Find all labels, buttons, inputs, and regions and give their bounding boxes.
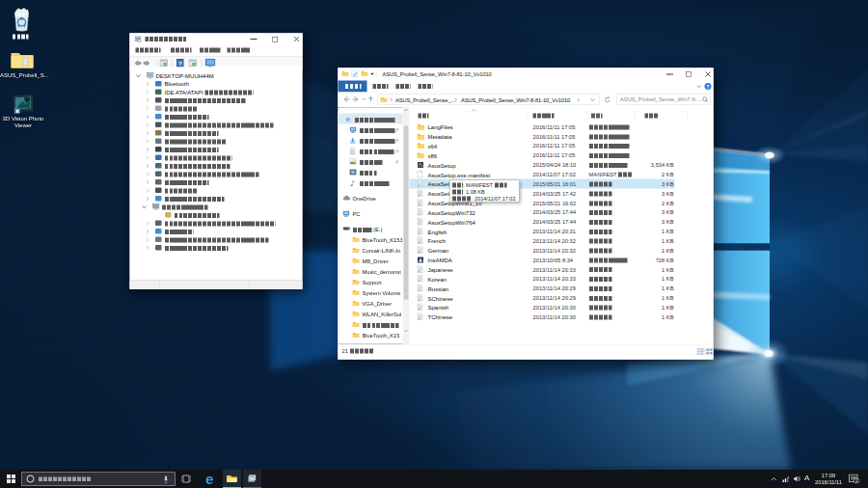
svg-text:*: * xyxy=(788,475,790,480)
svg-text:?: ? xyxy=(178,61,182,67)
